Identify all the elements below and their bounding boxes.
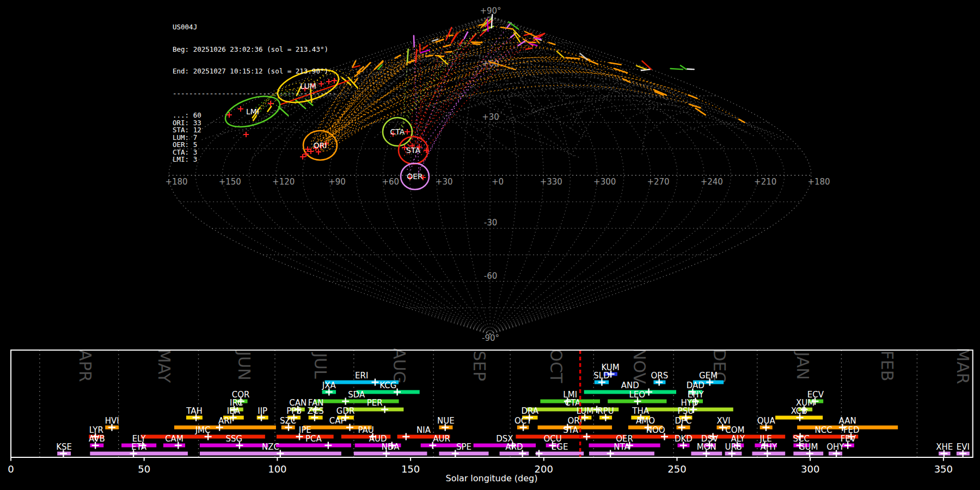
meteor-segment (535, 38, 541, 39)
timeline-bar-label-PER: PER (367, 398, 383, 408)
latitude-label: -90° (482, 333, 499, 343)
peak-marker-ERI (371, 379, 378, 386)
meteor-segment (451, 33, 458, 43)
timeline-bar-label-GEM: GEM (699, 371, 718, 381)
trail-ORI (320, 61, 696, 152)
meteor-segment (420, 50, 430, 53)
longitude-label: +60 (382, 177, 400, 187)
meteor-segment (407, 49, 408, 62)
month-label: MAY (155, 349, 174, 383)
timeline-bar-label-NZC: NZC (262, 442, 279, 452)
month-label: FEB (878, 351, 897, 382)
meteor-segment (446, 52, 452, 52)
timeline-bar-label-SDA: SDA (348, 390, 365, 400)
peak-marker-CAP (346, 424, 353, 431)
peak-marker-PCA (324, 442, 332, 449)
timeline-bar-DSX (474, 444, 536, 448)
timeline-bar-NZC (200, 452, 341, 456)
month-label: SEP (470, 351, 489, 381)
timeline-bar-NOO (632, 435, 679, 439)
timeline-bar-label-SPE: SPE (456, 442, 471, 452)
timeline-bar-SPE (439, 452, 488, 456)
meteor-segment (464, 32, 468, 39)
sporadic-trail (548, 105, 782, 140)
begin-time: Beg: 20251026 23:02:36 (sol = 213.43°) (173, 46, 336, 53)
sporadic-trail (463, 42, 564, 145)
timeline-bar-label-PCA: PCA (305, 434, 322, 444)
month-label: MAR (953, 348, 972, 384)
peak-marker-EGE (535, 450, 542, 457)
timeline-bar-label-AAN: AAN (839, 416, 856, 426)
longitude-label: +300 (593, 177, 616, 187)
longitude-label: +240 (701, 177, 723, 187)
sporadic-trail (375, 50, 563, 138)
solar-longitude-timeline: Solar longitude (deg) APRMAYJUNJULAUGSEP… (0, 348, 980, 490)
month-label: NOV (630, 348, 649, 384)
timeline-bar-EGE (536, 452, 584, 456)
x-tick-label: 0 (8, 463, 14, 475)
timeline-bar-label-ARI: ARI (218, 416, 232, 426)
trail-ORI (316, 67, 653, 142)
meteor-segment (586, 59, 598, 64)
timeline-bar-ARI (174, 426, 276, 430)
longitude-label: +330 (540, 177, 562, 187)
meteor-segment (566, 58, 579, 59)
timeline-bar-label-DAD: DAD (687, 381, 705, 390)
radiant-group-CTA: CTA (383, 118, 412, 146)
latitude-label: -30 (484, 218, 498, 228)
info-divider: ---------------------------------------- (173, 90, 336, 97)
sky-radiant-map: +90°+60+30-30-60-90°+180+150+120+90+60+3… (0, 0, 980, 348)
month-label: JUN (235, 350, 254, 380)
sporadic-trail (392, 54, 724, 147)
timeline-bar-label-DPC: DPC (675, 416, 691, 426)
month-label: OCT (547, 349, 566, 384)
timeline-bar-label-AUR: AUR (433, 434, 450, 444)
timeline-bar-label-IIP: IIP (258, 406, 267, 416)
timeline-bar-label-TAH: TAH (186, 406, 203, 416)
sporadic-trail (642, 84, 652, 155)
x-tick-label: 350 (934, 463, 953, 475)
x-tick-label: 300 (801, 463, 819, 475)
timeline-bar-label-AND: AND (621, 381, 639, 390)
meteor-segment (432, 39, 438, 41)
timeline-bar-label-ARD: ARD (505, 442, 523, 452)
timeline-bar-NTA (589, 452, 654, 456)
shower-count-row: OER: 5 (173, 141, 336, 149)
meteor-segment (549, 42, 555, 44)
sporadic-trail (676, 124, 787, 140)
meteor-segment (670, 69, 683, 69)
timeline-bar-label-KSE: KSE (56, 442, 72, 452)
meteor-segment (416, 50, 417, 63)
peak-marker-AND (645, 389, 652, 396)
radiant-plus-mark (405, 129, 410, 134)
shower-count-list: ...: 60ORI: 33STA: 12LUM: 7OER: 5CTA: 3L… (173, 112, 336, 163)
timeline-bar-label-GUM: GUM (799, 442, 818, 452)
timeline-bar-label-NUE: NUE (437, 416, 455, 426)
timeline-bar-label-AHY: AHY (760, 442, 777, 452)
trail-STA (406, 41, 452, 152)
radiant-label-STA: STA (406, 146, 420, 155)
timeline-bar-label-CAM: CAM (165, 434, 183, 444)
sporadic-trail (365, 81, 488, 151)
shower-count-row: LMI: 3 (173, 156, 336, 163)
meteor-segment (487, 19, 488, 31)
radiant-label-CTA: CTA (390, 127, 405, 136)
peak-marker-STA (583, 433, 590, 440)
timeline-bar-label-OHY: OHY (826, 442, 844, 452)
timeline-bar-label-NDA: NDA (382, 442, 400, 452)
timeline-bar-label-AVB: AVB (89, 434, 105, 444)
meteor-segment (471, 42, 482, 42)
station-id: US004J (173, 23, 336, 31)
shower-count-row: CTA: 3 (173, 149, 336, 156)
timeline-bar-STA (516, 435, 626, 439)
timeline-bar-label-XVI: XVI (716, 416, 730, 426)
timeline-bar-label-STA: STA (563, 425, 579, 435)
longitude-label: +0 (492, 177, 504, 187)
meteor-segment (557, 51, 564, 57)
timeline-bar-PCA (276, 444, 351, 448)
timeline-bar-label-ERI: ERI (355, 371, 368, 381)
longitude-label: +180 (807, 177, 830, 187)
x-tick-label: 250 (667, 463, 686, 475)
timeline-bar-label-ZCS: ZCS (307, 406, 323, 416)
latitude-label: -60 (484, 271, 498, 281)
